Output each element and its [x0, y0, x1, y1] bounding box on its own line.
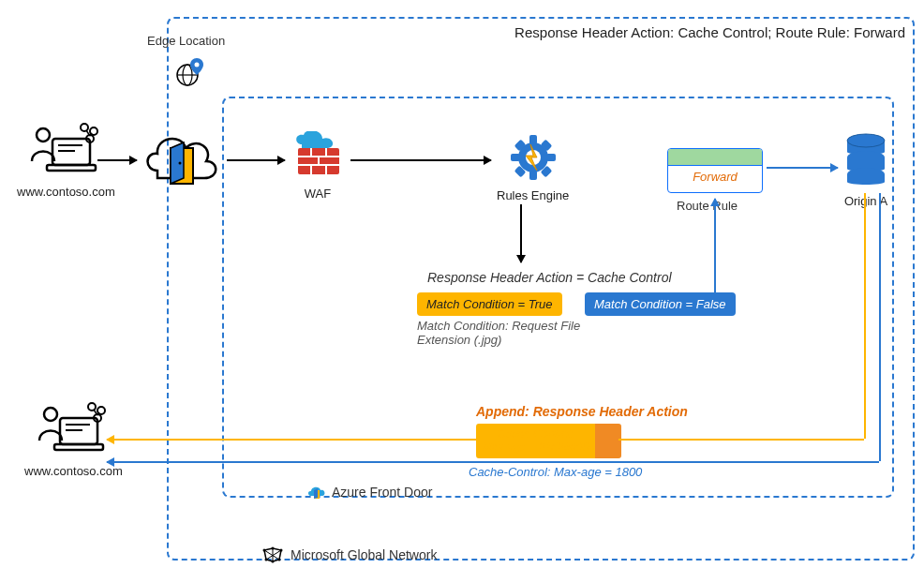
svg-point-57	[278, 559, 281, 561]
match-condition-false-pill: Match Condition = False	[585, 292, 736, 316]
svg-rect-28	[546, 154, 556, 161]
mgn-text: Microsoft Global Network	[291, 547, 437, 562]
line-yellow-left-seg	[107, 439, 478, 441]
edge-location-label: Edge Location	[147, 34, 225, 48]
svg-rect-26	[529, 171, 537, 180]
append-cache-line1: Cache-Control:	[498, 427, 574, 441]
svg-rect-25	[529, 135, 537, 144]
match-condition-true-pill: Match Condition = True	[417, 292, 562, 316]
rules-engine-label: Rules Engine	[497, 188, 569, 202]
origin-label: Origin A	[843, 194, 888, 208]
line-blue-return	[107, 461, 879, 463]
svg-point-55	[272, 561, 275, 563]
origin-node: Origin A	[843, 133, 888, 208]
network-icon	[262, 546, 283, 563]
svg-point-54	[272, 547, 275, 550]
line-yellow-right-seg	[618, 439, 864, 441]
svg-point-4	[37, 128, 50, 142]
svg-point-43	[88, 403, 96, 411]
route-rule-box: Forward	[667, 148, 763, 193]
svg-point-9	[81, 124, 88, 131]
svg-point-15	[179, 162, 182, 165]
match-condition-note: Match Condition: Request File Extension …	[417, 319, 586, 347]
line-blue-origin-down	[879, 193, 881, 461]
line-yellow-origin-down	[864, 193, 866, 439]
svg-point-38	[44, 408, 57, 421]
append-cache-line2: Max-age = 31536000	[483, 441, 589, 454]
svg-point-3	[195, 63, 200, 67]
globe-pin-icon	[174, 56, 206, 91]
arrow-waf-to-rules	[350, 159, 491, 161]
append-orange-segment	[595, 424, 621, 458]
arrow-rules-down	[520, 204, 522, 262]
afd-text: Azure Front Door	[332, 485, 432, 500]
microsoft-global-network-label: Microsoft Global Network	[262, 546, 437, 563]
svg-rect-27	[511, 154, 520, 161]
svg-point-56	[265, 559, 268, 561]
route-rule-label: Route Rule	[677, 199, 738, 213]
route-rule-forward: Forward	[668, 166, 762, 184]
blue-cache-control-label: Cache-Control: Max-age = 1800	[469, 465, 642, 479]
waf-label: WAF	[291, 187, 345, 201]
append-action-label: Append: Response Header Action	[476, 404, 688, 419]
arrow-door-to-waf	[227, 159, 285, 161]
arrow-user-to-door	[97, 159, 137, 161]
arrow-route-to-origin	[767, 167, 838, 169]
waf-node: WAF	[291, 131, 345, 201]
svg-rect-40	[54, 444, 103, 450]
client-url-top: www.contoso.com	[17, 185, 115, 199]
line-false-up	[714, 199, 716, 292]
rules-engine-node: Rules Engine	[497, 133, 569, 202]
azure-front-door-label: Azure Front Door	[307, 483, 432, 501]
svg-point-53	[280, 549, 283, 552]
arrow-false-up-head	[714, 199, 716, 208]
diagram-title: Response Header Action: Cache Control; R…	[514, 24, 905, 40]
svg-point-52	[263, 549, 266, 552]
response-header-action-label: Response Header Action = Cache Control	[427, 270, 672, 285]
svg-rect-6	[47, 165, 96, 171]
front-door-small-icon	[307, 483, 326, 501]
front-door-icon	[139, 124, 223, 202]
append-action-box: Cache-Control: Max-age = 31536000	[476, 424, 621, 458]
